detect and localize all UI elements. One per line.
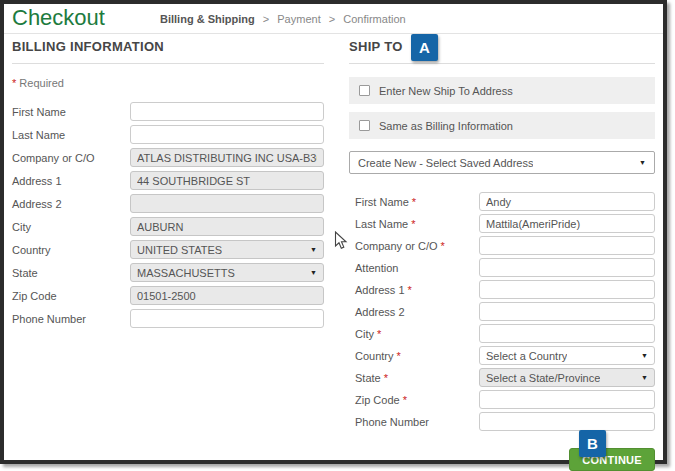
shipto-last-name-label: Last Name* xyxy=(349,218,479,230)
form-row: StateMASSACHUSETTS▼ xyxy=(12,263,324,282)
billing-section: BILLING INFORMATION * Required First Nam… xyxy=(12,34,324,471)
callout-b-badge: B xyxy=(579,430,606,457)
form-row: Address 2 xyxy=(12,194,324,213)
shipto-address-2-input[interactable] xyxy=(479,302,655,321)
shipto-heading: SHIP TO A xyxy=(349,39,655,64)
billing-last-name-label: Last Name xyxy=(12,129,130,141)
shipto-state-select: Select a State/Province▼ xyxy=(479,368,655,387)
shipto-country-label: Country* xyxy=(349,350,479,362)
dropdown-arrow-icon: ▼ xyxy=(310,246,317,253)
form-row: Zip Code xyxy=(12,286,324,305)
shipto-phone-number-label: Phone Number xyxy=(349,416,479,428)
form-row: State*Select a State/Province▼ xyxy=(349,368,655,387)
required-asterisk: * xyxy=(397,350,401,362)
saved-address-value: Create New - Select Saved Address xyxy=(358,157,533,169)
same-as-billing-option[interactable]: Same as Billing Information xyxy=(349,112,655,139)
shipto-city-input[interactable] xyxy=(479,324,655,343)
required-asterisk: * xyxy=(412,196,416,208)
breadcrumb-billing-shipping: Billing & Shipping xyxy=(160,13,255,25)
field-label-text: Company or C/O xyxy=(12,152,95,164)
field-label-text: Phone Number xyxy=(355,416,429,428)
form-row: Attention xyxy=(349,258,655,277)
billing-heading: BILLING INFORMATION xyxy=(12,39,324,64)
enter-new-shipto-checkbox[interactable] xyxy=(359,85,370,96)
form-row: Last Name xyxy=(12,125,324,144)
billing-company-or-c-o-label: Company or C/O xyxy=(12,152,130,164)
shipto-first-name-label: First Name* xyxy=(349,196,479,208)
form-row: Zip Code* xyxy=(349,390,655,409)
billing-city-input xyxy=(130,217,324,236)
breadcrumb-separator: > xyxy=(263,13,269,25)
shipto-form: First Name*Last Name*Company or C/O*Atte… xyxy=(349,192,655,431)
required-asterisk: * xyxy=(411,218,415,230)
same-as-billing-checkbox[interactable] xyxy=(359,120,370,131)
dropdown-arrow-icon: ▼ xyxy=(310,269,317,276)
field-label-text: Phone Number xyxy=(12,313,86,325)
shipto-company-or-c-o-label: Company or C/O* xyxy=(349,240,479,252)
billing-form: First NameLast NameCompany or C/OAddress… xyxy=(12,102,324,328)
shipto-last-name-input[interactable] xyxy=(479,214,655,233)
field-label-text: State xyxy=(12,267,38,279)
dropdown-arrow-icon: ▼ xyxy=(639,159,646,166)
field-label-text: Zip Code xyxy=(12,290,57,302)
field-label-text: Company or C/O xyxy=(355,240,438,252)
form-row: Phone Number xyxy=(12,309,324,328)
shipto-phone-number-input[interactable] xyxy=(479,412,655,431)
billing-phone-number-input[interactable] xyxy=(130,309,324,328)
shipto-zip-code-input[interactable] xyxy=(479,390,655,409)
dropdown-arrow-icon: ▼ xyxy=(641,352,648,359)
billing-phone-number-label: Phone Number xyxy=(12,313,130,325)
enter-new-shipto-label: Enter New Ship To Address xyxy=(379,85,513,97)
saved-address-select[interactable]: Create New - Select Saved Address ▼ xyxy=(349,151,655,174)
shipto-company-or-c-o-input[interactable] xyxy=(479,236,655,255)
shipto-attention-label: Attention xyxy=(349,262,479,274)
form-row: Address 1 xyxy=(12,171,324,190)
billing-address-2-input xyxy=(130,194,324,213)
form-row: Last Name* xyxy=(349,214,655,233)
billing-state-label: State xyxy=(12,267,130,279)
field-label-text: City xyxy=(12,221,31,233)
page-title: Checkout xyxy=(12,5,105,31)
breadcrumb-confirmation: Confirmation xyxy=(343,13,405,25)
shipto-address-1-input[interactable] xyxy=(479,280,655,299)
billing-first-name-label: First Name xyxy=(12,106,130,118)
required-asterisk: * xyxy=(377,328,381,340)
field-label-text: Last Name xyxy=(12,129,65,141)
billing-state-select: MASSACHUSETTS▼ xyxy=(130,263,324,282)
field-label-text: Address 2 xyxy=(12,198,62,210)
form-row: Address 2 xyxy=(349,302,655,321)
shipto-section: SHIP TO A Enter New Ship To Address Same… xyxy=(349,34,655,471)
form-row: First Name* xyxy=(349,192,655,211)
callout-a-badge: A xyxy=(411,34,438,61)
page-header: Checkout Billing & Shipping > Payment > … xyxy=(4,4,663,34)
select-value: UNITED STATES xyxy=(137,244,222,256)
field-label-text: First Name xyxy=(12,106,66,118)
required-asterisk: * xyxy=(441,240,445,252)
breadcrumb-payment: Payment xyxy=(277,13,320,25)
shipto-attention-input[interactable] xyxy=(479,258,655,277)
mouse-cursor-icon xyxy=(334,231,348,251)
field-label-text: Attention xyxy=(355,262,398,274)
form-row: Country*Select a Country▼ xyxy=(349,346,655,365)
shipto-zip-code-label: Zip Code* xyxy=(349,394,479,406)
field-label-text: State xyxy=(355,372,381,384)
billing-address-2-label: Address 2 xyxy=(12,198,130,210)
same-as-billing-label: Same as Billing Information xyxy=(379,120,513,132)
billing-first-name-input[interactable] xyxy=(130,102,324,121)
field-label-text: Zip Code xyxy=(355,394,400,406)
form-row: First Name xyxy=(12,102,324,121)
form-row: CountryUNITED STATES▼ xyxy=(12,240,324,259)
shipto-first-name-input[interactable] xyxy=(479,192,655,211)
shipto-address-2-label: Address 2 xyxy=(349,306,479,318)
billing-country-select: UNITED STATES▼ xyxy=(130,240,324,259)
billing-last-name-input[interactable] xyxy=(130,125,324,144)
enter-new-shipto-option[interactable]: Enter New Ship To Address xyxy=(349,77,655,104)
billing-city-label: City xyxy=(12,221,130,233)
required-note: * Required xyxy=(12,77,324,89)
shipto-heading-text: SHIP TO xyxy=(349,39,403,54)
form-row: Company or C/O xyxy=(12,148,324,167)
shipto-state-label: State* xyxy=(349,372,479,384)
shipto-country-select[interactable]: Select a Country▼ xyxy=(479,346,655,365)
select-value: MASSACHUSETTS xyxy=(137,267,235,279)
select-value: Select a Country xyxy=(486,350,567,362)
